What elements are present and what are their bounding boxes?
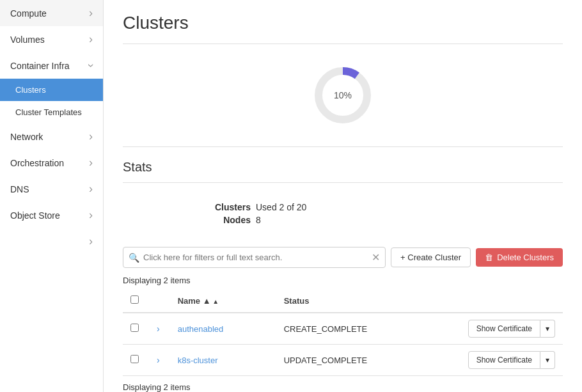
row-1-dropdown-button[interactable]: ▾: [540, 320, 555, 338]
row-2-name[interactable]: k8s-cluster: [170, 345, 276, 376]
chevron-right-icon: [89, 156, 93, 169]
table-header-row: Name ▲ Status: [123, 289, 563, 313]
search-input-wrapper[interactable]: 🔍 ✕: [123, 247, 386, 268]
table-row: › k8s-cluster UPDATE_COMPLETE Show Certi…: [123, 345, 563, 376]
row-2-name-link[interactable]: k8s-cluster: [178, 356, 218, 365]
search-clear-icon[interactable]: ✕: [372, 251, 380, 263]
sidebar-item-label: Orchestration: [10, 158, 64, 168]
delete-label: Delete Clusters: [497, 253, 554, 262]
title-divider: [123, 43, 563, 44]
sidebar-item-label: Network: [10, 132, 43, 142]
nodes-value: 8: [256, 215, 512, 225]
sidebar-item-label: Container Infra: [10, 61, 70, 71]
chevron-right-icon: [89, 6, 93, 20]
row-1-name[interactable]: authenabled: [170, 313, 276, 345]
sidebar-item-container-infra[interactable]: Container Infra: [0, 52, 103, 79]
delete-icon: 🗑: [485, 253, 493, 262]
chevron-right-icon: [89, 208, 93, 222]
items-count-top: Displaying 2 items: [123, 276, 563, 285]
search-input[interactable]: [143, 253, 372, 262]
clusters-key: Clusters: [174, 202, 251, 212]
sidebar-item-compute[interactable]: Compute: [0, 0, 103, 26]
delete-clusters-button[interactable]: 🗑 Delete Clusters: [476, 248, 563, 267]
donut-chart-wrapper: 10%: [123, 57, 563, 134]
search-toolbar-row: 🔍 ✕ + Create Cluster 🗑 Delete Clusters: [123, 247, 563, 268]
nodes-key: Nodes: [174, 215, 251, 225]
sidebar-item-dns[interactable]: DNS: [0, 176, 103, 202]
sidebar: Compute Volumes Container Infra Clusters…: [0, 0, 104, 392]
chevron-right-icon: [89, 182, 93, 196]
stats-inner-divider: [123, 182, 563, 183]
donut-label: 10%: [334, 90, 352, 100]
header-actions: [448, 289, 563, 313]
header-name-label: Name ▲: [178, 296, 211, 306]
row-2-actions: Show Certificate ▾: [448, 345, 563, 376]
sidebar-item-volumes[interactable]: Volumes: [0, 26, 103, 52]
row-2-dropdown-button[interactable]: ▾: [540, 351, 555, 369]
row-1-status: CREATE_COMPLETE: [276, 313, 448, 345]
clusters-value: Used 2 of 20: [256, 202, 512, 212]
header-check[interactable]: [123, 289, 146, 313]
row-1-action-group: Show Certificate ▾: [455, 320, 555, 338]
sidebar-item-label: Clusters: [15, 85, 46, 95]
sidebar-item-clusters[interactable]: Clusters: [0, 79, 103, 101]
row-2-show-cert-button[interactable]: Show Certificate: [468, 351, 540, 369]
items-count-bottom: Displaying 2 items: [123, 382, 563, 392]
page-title: Clusters: [123, 13, 563, 33]
table-row: › authenabled CREATE_COMPLETE Show Certi…: [123, 313, 563, 345]
sidebar-item-label: DNS: [10, 184, 29, 194]
row-2-status: UPDATE_COMPLETE: [276, 345, 448, 376]
stats-title: Stats: [123, 160, 563, 175]
row-1-name-link[interactable]: authenabled: [178, 324, 224, 334]
header-status[interactable]: Status: [276, 289, 448, 313]
header-expand: [146, 289, 170, 313]
header-name[interactable]: Name ▲: [170, 289, 276, 313]
sidebar-item-object-store[interactable]: Object Store: [0, 202, 103, 228]
row-2-expand[interactable]: ›: [146, 345, 170, 376]
row-2-checkbox[interactable]: [130, 355, 139, 363]
donut-chart: 10%: [311, 63, 375, 127]
stats-divider: [123, 146, 563, 147]
sidebar-item-label: Volumes: [10, 35, 45, 45]
row-1-check[interactable]: [123, 313, 146, 345]
search-icon: 🔍: [129, 253, 139, 263]
row-1-expand-button[interactable]: ›: [154, 322, 162, 335]
create-cluster-button[interactable]: + Create Cluster: [391, 247, 471, 267]
sidebar-item-label: Cluster Templates: [15, 107, 82, 117]
row-2-action-group: Show Certificate ▾: [455, 351, 555, 369]
sidebar-item-network[interactable]: Network: [0, 123, 103, 150]
chevron-right-icon: [89, 235, 93, 248]
sidebar-item-more[interactable]: [0, 228, 103, 255]
sidebar-item-orchestration[interactable]: Orchestration: [0, 150, 103, 176]
sidebar-item-label: Compute: [10, 8, 47, 19]
row-1-actions: Show Certificate ▾: [448, 313, 563, 345]
row-2-check[interactable]: [123, 345, 146, 376]
row-1-show-cert-button[interactable]: Show Certificate: [468, 320, 540, 338]
main-content: Clusters 10% Stats Clusters Used 2 of 20…: [104, 0, 582, 392]
row-1-checkbox[interactable]: [130, 324, 139, 332]
select-all-checkbox[interactable]: [130, 295, 139, 304]
sidebar-item-cluster-templates[interactable]: Cluster Templates: [0, 101, 103, 123]
chevron-down-icon: [89, 59, 93, 72]
header-status-label: Status: [284, 296, 310, 306]
stats-table: Clusters Used 2 of 20 Nodes 8: [123, 196, 563, 231]
stats-section: Stats Clusters Used 2 of 20 Nodes 8: [123, 160, 563, 231]
chevron-right-icon: [89, 33, 93, 46]
sidebar-item-label: Object Store: [10, 210, 60, 221]
chevron-right-icon: [89, 130, 93, 143]
row-1-expand[interactable]: ›: [146, 313, 170, 345]
row-2-expand-button[interactable]: ›: [154, 354, 162, 366]
clusters-table: Name ▲ Status › authenabled CREATE_COMP: [123, 289, 563, 376]
